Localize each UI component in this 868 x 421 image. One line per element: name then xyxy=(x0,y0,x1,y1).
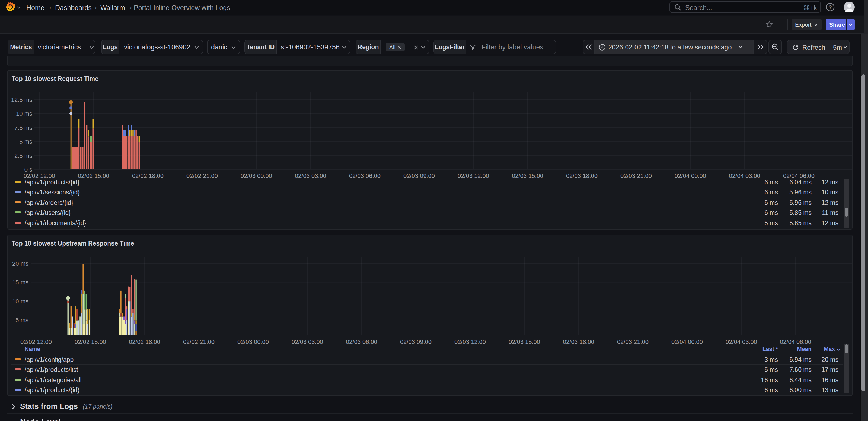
svg-text:02/02 15:00: 02/02 15:00 xyxy=(74,338,106,345)
svg-text:02/04 03:00: 02/04 03:00 xyxy=(725,338,757,345)
svg-text:02/02 18:00: 02/02 18:00 xyxy=(129,338,160,345)
svg-text:5 ms: 5 ms xyxy=(16,317,29,324)
svg-text:02/02 21:00: 02/02 21:00 xyxy=(183,338,215,345)
svg-text:02/03 18:00: 02/03 18:00 xyxy=(563,338,594,345)
svg-text:02/02 12:00: 02/02 12:00 xyxy=(20,338,52,345)
svg-text:12.5 ms: 12.5 ms xyxy=(11,96,32,103)
svg-text:02/03 15:00: 02/03 15:00 xyxy=(508,338,540,345)
svg-text:02/04 06:00: 02/04 06:00 xyxy=(780,338,811,345)
svg-text:02/04 00:00: 02/04 00:00 xyxy=(671,338,703,345)
svg-text:15 ms: 15 ms xyxy=(12,279,29,286)
svg-text:?: ? xyxy=(829,4,832,10)
svg-text:02/03 09:00: 02/03 09:00 xyxy=(400,338,432,345)
svg-text:20 ms: 20 ms xyxy=(12,260,29,267)
svg-text:02/03 03:00: 02/03 03:00 xyxy=(291,338,323,345)
svg-text:10 ms: 10 ms xyxy=(12,298,29,305)
svg-text:5 ms: 5 ms xyxy=(19,138,32,145)
svg-text:02/03 06:00: 02/03 06:00 xyxy=(346,338,377,345)
svg-text:02/03 00:00: 02/03 00:00 xyxy=(237,338,269,345)
svg-text:0 s: 0 s xyxy=(24,166,32,173)
svg-text:2.5 ms: 2.5 ms xyxy=(14,152,32,159)
svg-text:02/03 21:00: 02/03 21:00 xyxy=(617,338,649,345)
svg-text:10 ms: 10 ms xyxy=(16,110,32,117)
svg-text:02/03 12:00: 02/03 12:00 xyxy=(454,338,486,345)
svg-text:7.5 ms: 7.5 ms xyxy=(14,124,32,131)
